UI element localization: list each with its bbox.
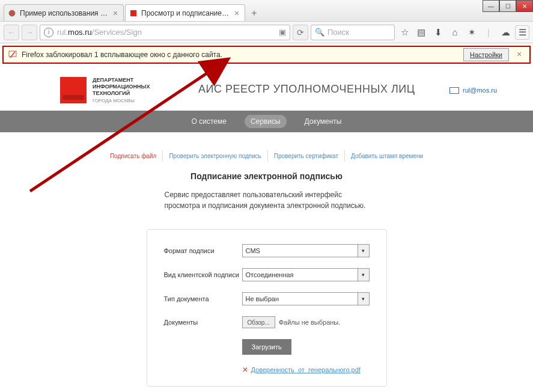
tab-favicon — [8, 9, 16, 17]
search-bar[interactable]: 🔍 Поиск — [311, 25, 395, 40]
divider: | — [481, 25, 496, 40]
uploaded-file-row: ✕ Доверенность_от_генерального.pdf — [164, 366, 370, 374]
nav-item-about[interactable]: О системе — [186, 115, 233, 128]
uploaded-file-link[interactable]: Доверенность_от_генерального.pdf — [251, 366, 361, 373]
remove-file-icon[interactable]: ✕ — [242, 366, 248, 374]
browser-tab[interactable]: Просмотр и подписание ... × — [125, 4, 245, 21]
client-signature-label: Вид клиентской подписи — [164, 271, 242, 278]
browser-tab[interactable]: Пример использования К... × — [4, 4, 124, 21]
svg-rect-1 — [130, 10, 136, 16]
browser-toolbar: ← → i rul.mos.ru/Services/Sign ▣ ⟳ 🔍 Пои… — [0, 22, 533, 43]
hamburger-menu-icon[interactable]: ☰ — [515, 25, 529, 40]
mail-icon — [449, 87, 459, 94]
client-signature-select[interactable]: Отсоединенная — [242, 268, 370, 281]
nav-item-documents[interactable]: Документы — [299, 115, 348, 128]
svg-point-0 — [9, 10, 15, 16]
upload-button[interactable]: Загрузить — [242, 339, 291, 355]
tab-close-icon[interactable]: × — [233, 9, 241, 17]
extension-icon[interactable]: ✶ — [464, 25, 479, 40]
popup-close-icon[interactable]: × — [514, 49, 525, 60]
site-title: АИС РЕЕСТР УПОЛНОМОЧЕННЫХ ЛИЦ — [198, 83, 415, 96]
window-close-button[interactable]: ✕ — [516, 0, 533, 12]
bookmark-star-icon[interactable]: ☆ — [397, 25, 412, 40]
logo-subtext: ГОРОДА МОСКВЫ — [93, 98, 150, 103]
popup-blocked-message: Firefox заблокировал 1 всплывающее окно … — [22, 51, 463, 59]
reader-mode-icon[interactable]: ▣ — [279, 28, 286, 37]
popup-settings-button[interactable]: Настройки — [463, 48, 509, 61]
site-logo — [60, 77, 87, 103]
subtab-add-timestamp[interactable]: Добавить штамп времени — [345, 150, 429, 162]
tab-title: Пример использования К... — [20, 9, 108, 17]
site-info-icon[interactable]: i — [44, 28, 53, 37]
no-files-text: Файлы не выбраны. — [279, 319, 341, 326]
logo-text: ДЕПАРТАМЕНТ ИНФОРМАЦИОННЫХ ТЕХНОЛОГИЙ — [93, 77, 150, 96]
popup-blocked-bar: Firefox заблокировал 1 всплывающее окно … — [2, 46, 531, 64]
popup-blocked-icon — [8, 51, 17, 59]
reading-list-icon[interactable]: ▤ — [414, 25, 428, 40]
window-maximize-button[interactable]: ☐ — [499, 0, 516, 12]
sign-form: Формат подписи CMS Вид клиентской подпис… — [147, 229, 387, 387]
nav-item-services[interactable]: Сервисы — [245, 115, 287, 128]
documents-label: Документы — [164, 319, 242, 326]
browse-button[interactable]: Обзор... — [242, 316, 275, 328]
search-icon: 🔍 — [315, 28, 324, 37]
tab-close-icon[interactable]: × — [111, 9, 120, 17]
downloads-icon[interactable]: ⬇ — [431, 25, 445, 40]
main-nav: О системе Сервисы Документы — [0, 111, 533, 132]
content-description: Сервис предоставляет пользовательский ин… — [165, 189, 369, 211]
search-placeholder: Поиск — [327, 28, 349, 37]
reload-button[interactable]: ⟳ — [293, 25, 308, 40]
doctype-label: Тип документа — [164, 295, 242, 302]
page-content: ДЕПАРТАМЕНТ ИНФОРМАЦИОННЫХ ТЕХНОЛОГИЙ ГО… — [0, 66, 533, 392]
content-title: Подписание электронной подписью — [0, 171, 533, 181]
url-text: rul.mos.ru/Services/Sign — [57, 28, 279, 37]
tab-title: Просмотр и подписание ... — [141, 9, 229, 17]
new-tab-button[interactable]: + — [246, 5, 262, 21]
account-icon[interactable]: ☁ — [498, 25, 513, 40]
window-minimize-button[interactable]: — — [483, 0, 499, 12]
forward-button[interactable]: → — [22, 25, 37, 40]
tab-favicon — [129, 9, 138, 17]
contact-email-link[interactable]: rul@mos.ru — [449, 87, 497, 94]
url-bar[interactable]: i rul.mos.ru/Services/Sign ▣ — [40, 25, 290, 40]
sub-tabs: Подписать файл Проверить электронную под… — [0, 150, 533, 162]
format-select[interactable]: CMS — [242, 244, 370, 257]
site-header: ДЕПАРТАМЕНТ ИНФОРМАЦИОННЫХ ТЕХНОЛОГИЙ ГО… — [0, 66, 533, 111]
home-icon[interactable]: ⌂ — [448, 25, 462, 40]
doctype-select[interactable]: Не выбран — [242, 292, 370, 305]
subtab-sign-file[interactable]: Подписать файл — [104, 150, 163, 162]
subtab-verify-signature[interactable]: Проверить электронную подпись — [163, 150, 267, 162]
back-button[interactable]: ← — [4, 25, 19, 40]
browser-tab-bar: Пример использования К... × Просмотр и п… — [0, 0, 533, 22]
subtab-verify-certificate[interactable]: Проверить сертификат — [268, 150, 345, 162]
format-label: Формат подписи — [164, 247, 242, 254]
